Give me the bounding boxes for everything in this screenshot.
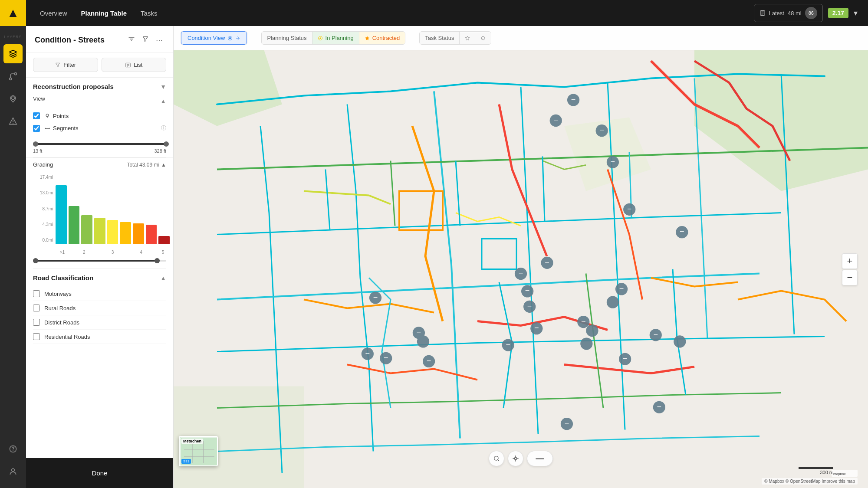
zoom-in-button[interactable]: +	[842, 253, 858, 269]
task-status-star-btn[interactable]	[460, 33, 475, 44]
svg-point-5	[10, 78, 12, 80]
map-area[interactable]: Condition View Planning Status In Planni…	[174, 26, 868, 488]
slider-max-label: 328 ft	[154, 148, 166, 154]
district-roads-checkbox[interactable]	[33, 319, 40, 326]
y-label-2: 4.3mi	[33, 222, 53, 227]
zoom-out-button[interactable]: −	[842, 270, 858, 285]
grading-label: Grading	[33, 161, 53, 168]
rural-roads-row: Rural Roads	[33, 301, 166, 315]
locate-button[interactable]	[508, 451, 523, 466]
task-status-refresh-btn[interactable]	[475, 33, 491, 44]
nav-planning-table[interactable]: Planning Table	[81, 10, 127, 17]
zoom-controls: + −	[842, 253, 858, 285]
contracted-label: Contracted	[372, 35, 400, 41]
expand-button[interactable]: ▾	[854, 8, 858, 18]
map-attribution: © Mapbox © OpenStreetMap Improve this ma…	[762, 478, 858, 485]
svg-point-19	[49, 128, 50, 128]
main-nav: Overview Planning Table Tasks	[26, 10, 171, 17]
sort-button[interactable]	[126, 34, 137, 46]
points-checkbox[interactable]	[33, 112, 40, 119]
task-status-group: Task Status	[419, 31, 491, 45]
reconstruction-section-header[interactable]: Reconstruction proposals ▼	[26, 78, 173, 95]
slider-labels: 13 ft 328 ft	[33, 148, 166, 154]
bar-6[interactable]	[120, 222, 131, 244]
map-bottom-controls	[489, 451, 553, 466]
layers-label: LAYERS	[4, 35, 22, 39]
in-planning-label: In Planning	[326, 35, 354, 41]
user-icon-btn[interactable]	[3, 462, 23, 481]
filter-button[interactable]: Filter	[33, 58, 98, 72]
residential-roads-checkbox[interactable]	[33, 333, 40, 340]
road-class-section: Motorways Rural Roads District Roads Res…	[26, 287, 173, 344]
grading-arrow[interactable]: ▲	[161, 162, 166, 168]
view-collapse-arrow[interactable]: ▲	[160, 98, 166, 105]
map-thumbnail[interactable]: S31 Metuchen	[179, 436, 218, 466]
done-button[interactable]: Done	[33, 464, 166, 482]
roads-overlay	[174, 50, 868, 488]
chart-range-left-thumb[interactable]	[33, 258, 38, 263]
motorways-label: Motorways	[44, 291, 72, 297]
version-badge: 2.17	[828, 8, 848, 18]
segments-info-icon[interactable]: ⓘ	[161, 124, 166, 132]
map-content[interactable]: − − − − − − − − − − − − − − − − −	[174, 50, 868, 488]
nav-tasks[interactable]: Tasks	[141, 10, 157, 17]
map-thumb-tag: S31	[181, 459, 191, 464]
more-options-button[interactable]: ⋯	[154, 34, 164, 46]
bar-8[interactable]	[146, 225, 157, 244]
planning-status-label: Planning Status	[262, 32, 312, 44]
bar-1[interactable]	[56, 185, 67, 244]
svg-point-6	[14, 73, 16, 75]
scale-bar	[799, 467, 833, 469]
condition-view-group: Condition View	[181, 31, 247, 45]
nav-overview[interactable]: Overview	[40, 10, 67, 17]
svg-point-88	[514, 457, 516, 459]
svg-point-18	[45, 128, 46, 128]
rural-roads-checkbox[interactable]	[33, 305, 40, 311]
motorways-row: Motorways	[33, 287, 166, 301]
points-row: Points	[33, 110, 166, 122]
bar-3[interactable]	[81, 215, 92, 244]
condition-view-button[interactable]: Condition View	[181, 31, 247, 45]
minimize-map-btn[interactable]	[527, 451, 553, 466]
bar-2[interactable]	[69, 206, 80, 244]
route-icon-btn[interactable]	[3, 67, 23, 86]
bar-4[interactable]	[94, 218, 105, 244]
contracted-button[interactable]: Contracted	[359, 32, 405, 44]
width-slider-track	[33, 143, 166, 145]
navbar-right: Latest 48 mi 86 2.17 ▾	[754, 4, 868, 22]
latest-button[interactable]: Latest 48 mi 86	[754, 4, 823, 22]
marker-icon-btn[interactable]	[3, 89, 23, 108]
distance-badge: 48 mi	[788, 10, 802, 16]
logo[interactable]	[0, 0, 26, 26]
layers-icon-btn[interactable]	[3, 44, 23, 63]
bar-7[interactable]	[133, 223, 144, 244]
x-label-3: 3	[99, 250, 126, 255]
search-map-button[interactable]	[489, 451, 504, 466]
x-label-5: 5	[156, 250, 170, 255]
reconstruction-arrow: ▼	[160, 83, 166, 90]
motorways-checkbox[interactable]	[33, 290, 40, 297]
grading-row: Grading Total 43.09 mi ▲	[26, 157, 173, 171]
in-planning-button[interactable]: In Planning	[312, 32, 359, 44]
left-panel: Condition - Streets ⋯ Filter List Recons…	[26, 26, 174, 488]
district-roads-label: District Roads	[44, 319, 79, 326]
map-toolbar: Condition View Planning Status In Planni…	[174, 26, 868, 50]
chart-area: 17.4mi 13.0mi 8.7mi 4.3mi 0.0mi >1 2 3 4…	[26, 171, 173, 258]
width-slider-right-thumb[interactable]	[164, 141, 169, 147]
panel-header-icons: ⋯	[126, 34, 164, 46]
icon-sidebar: LAYERS	[0, 26, 26, 488]
road-class-title: Road Classification	[33, 274, 93, 282]
list-button[interactable]: List	[102, 58, 167, 72]
segments-checkbox[interactable]	[33, 125, 40, 132]
chart-range-right-thumb[interactable]	[155, 258, 160, 263]
scale-control: 300 m	[799, 467, 833, 475]
warning-icon-btn[interactable]	[3, 112, 23, 131]
bar-5[interactable]	[107, 220, 118, 244]
filter-icon-button[interactable]	[140, 34, 151, 46]
width-slider-left-thumb[interactable]	[33, 141, 38, 147]
chart-range-track	[33, 260, 166, 262]
bar-9[interactable]	[158, 236, 170, 244]
road-class-section-header[interactable]: Road Classification ▲	[26, 269, 173, 287]
svg-text:mapbox: mapbox	[833, 472, 845, 476]
help-icon-btn[interactable]	[3, 439, 23, 459]
